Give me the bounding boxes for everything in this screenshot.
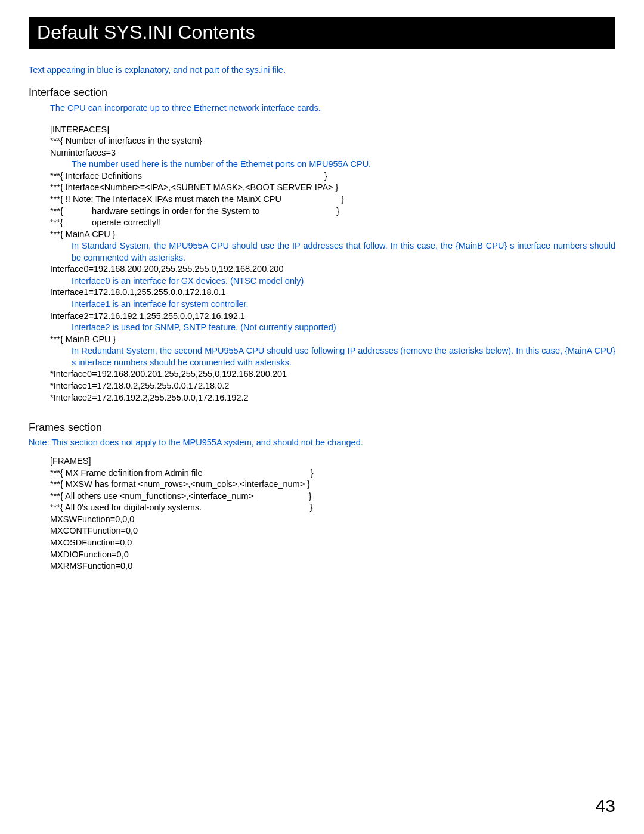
- ini-bif0: *Interface0=192.168.200.201,255,255,255,…: [29, 368, 615, 380]
- ini-mxcontfunction: MXCONTFunction=0,0: [29, 525, 615, 537]
- ini-note3: ***{ operate correctly!!: [29, 217, 615, 229]
- frames-section-heading: Frames section: [29, 421, 615, 434]
- ini-allothers: ***{ All others use <num_functions>,<int…: [29, 491, 615, 503]
- ini-mxrmsfunction: MXRMSFunction=0,0: [29, 560, 615, 572]
- ini-if0-note: Interface0 is an interface for GX device…: [29, 275, 615, 287]
- ini-maina: ***{ MainA CPU }: [29, 229, 615, 241]
- ini-mxsw: ***{ MXSW has format <num_rows>,<num_col…: [29, 479, 615, 491]
- ini-numif-comment: ***{ Number of interfaces in the system}: [29, 135, 615, 147]
- page-number: 43: [596, 796, 615, 816]
- ini-maina-note: In Standard System, the MPU955A CPU shou…: [29, 240, 615, 263]
- ini-ifdef: ***{ Interface Definitions }: [29, 170, 615, 182]
- ini-frames-header: [FRAMES]: [29, 455, 615, 467]
- interface-section-heading: Interface section: [29, 86, 615, 99]
- ini-if1-note: Interface1 is an interface for system co…: [29, 299, 615, 311]
- ini-note2: ***{ hardware settings in order for the …: [29, 206, 615, 218]
- ini-if2-note: Interface2 is used for SNMP, SNTP featur…: [29, 322, 615, 334]
- ini-ifnum: ***{ Interface<Number>=<IPA>,<SUBNET MAS…: [29, 182, 615, 194]
- ini-numinterfaces: Numinterfaces=3: [29, 147, 615, 159]
- cpu-note: The CPU can incorporate up to three Ethe…: [29, 103, 615, 114]
- ini-numused-note: The number used here is the number of th…: [29, 159, 615, 170]
- frames-note-label: Note:: [29, 438, 49, 447]
- ini-if2: Interface2=172.16.192.1,255.255.0.0,172.…: [29, 311, 615, 323]
- page-title: Default SYS.INI Contents: [29, 17, 615, 49]
- ini-mxdiofunction: MXDIOFunction=0,0: [29, 549, 615, 561]
- ini-mxframe: ***{ MX Frame definition from Admin file…: [29, 467, 615, 479]
- ini-mainb-note: In Redundant System, the second MPU955A …: [29, 345, 615, 368]
- ini-mxswfunction: MXSWFunction=0,0,0: [29, 514, 615, 526]
- ini-interfaces-header: [INTERFACES]: [29, 124, 615, 136]
- ini-all0: ***{ All 0's used for digital-only syste…: [29, 502, 615, 514]
- frames-note-text: This section does not apply to the MPU95…: [51, 438, 363, 447]
- ini-mxosdfunction: MXOSDFunction=0,0: [29, 537, 615, 549]
- ini-mainb: ***{ MainB CPU }: [29, 334, 615, 346]
- ini-note1: ***{ !! Note: The InterfaceX IPAs must m…: [29, 194, 615, 206]
- ini-bif1: *Interface1=172.18.0.2,255.255.0.0,172.1…: [29, 380, 615, 392]
- ini-if1: Interface1=172.18.0.1,255.255.0.0,172.18…: [29, 287, 615, 299]
- intro-note: Text appearing in blue is explanatory, a…: [29, 65, 615, 75]
- frames-note: Note: This section does not apply to the…: [29, 438, 615, 447]
- ini-bif2: *Interface2=172.16.192.2,255.255.0.0,172…: [29, 392, 615, 404]
- ini-if0: Interface0=192.168.200.200,255.255.255.0…: [29, 263, 615, 275]
